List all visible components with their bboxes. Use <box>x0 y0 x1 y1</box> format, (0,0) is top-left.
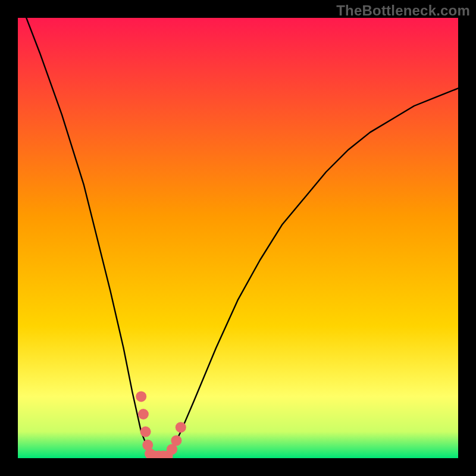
chart-svg <box>18 18 458 458</box>
highlight-dot <box>140 427 151 437</box>
highlight-dot <box>136 391 146 402</box>
gradient-bg <box>18 18 458 458</box>
outer-frame: TheBottleneck.com <box>0 0 476 476</box>
highlight-dot <box>138 409 149 419</box>
watermark-text: TheBottleneck.com <box>336 2 470 19</box>
plot-area <box>18 18 458 458</box>
highlight-dot <box>171 435 181 446</box>
highlight-dot <box>176 422 186 433</box>
